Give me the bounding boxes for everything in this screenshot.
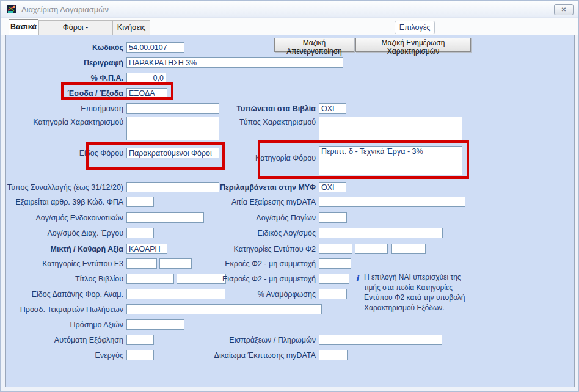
katigories-e3-input-1[interactable] <box>126 258 157 269</box>
perilambanetai-myf-label: Περιλαμβάνεται στην ΜΥΦ <box>203 183 316 192</box>
katigories-f2-input-1[interactable] <box>319 244 352 254</box>
exaireitai-39b-input[interactable] <box>126 197 154 207</box>
energos-label: Ενεργός <box>6 350 123 360</box>
prosimo-axion-label: Πρόσημο Αξιών <box>6 320 123 330</box>
eidos-dapanis-label: Είδος Δαπάνης Φορ. Αναμ. <box>6 289 123 299</box>
fpa-label: % Φ.Π.Α. <box>6 73 123 83</box>
aitia-exairesis-mydata-label: Αιτία Εξαίρεσης myDATA <box>203 197 316 207</box>
dikaioma-ekptosis-mydata-input[interactable] <box>319 350 348 360</box>
typos-synallagis-label: Τύπος Συναλλαγής (έως 31/12/20) <box>6 183 123 192</box>
eispraxeon-pliromon-label: Εισπράξεων / Πληρωμών <box>203 335 316 345</box>
mikti-kathari-label: Μικτή / Καθαρή Αξία <box>6 244 123 254</box>
eidikos-logsmos-input[interactable] <box>319 228 443 238</box>
perigrafi-label: Περιγραφή <box>6 58 123 68</box>
eidikos-logsmos-label: Ειδικός Λογ/σμός <box>203 228 316 238</box>
options-button[interactable]: Επιλογές <box>395 21 435 34</box>
katigoria-xaraktirismou-label: Κατηγορία Χαρακτηρισμού <box>6 117 123 127</box>
perigrafi-input[interactable] <box>126 57 343 68</box>
typos-xaraktirismou-label: Τύπος Χαρακτηρισμού <box>203 117 316 127</box>
typonetai-biblia-label: Τυπώνεται στα Βιβλία <box>203 104 316 114</box>
app-icon <box>7 4 16 14</box>
prosimo-axion-input[interactable] <box>126 319 184 330</box>
tab-kiniseis[interactable]: Κινήσεις <box>112 20 150 35</box>
logsmos-pagion-label: Λογ/σμός Παγίων <box>203 213 316 223</box>
episimansi-label: Επισήμανση <box>6 104 123 114</box>
info-icon: i <box>355 274 362 283</box>
katigoria-forou-textarea[interactable]: Περιπτ. δ - Τεχνικά Έργα - 3% <box>319 146 462 175</box>
katigories-e3-label: Κατηγορίες Εντύπου Ε3 <box>6 259 123 269</box>
typonetai-biblia-input[interactable] <box>319 103 346 114</box>
automati-exoflisi-label: Αυτόματη Εξόφληση <box>6 335 123 345</box>
titlebar: Διαχείριση Λογαριασμών ✕ <box>1 1 578 18</box>
ekroes-f2-input[interactable] <box>319 258 351 269</box>
tab-foroi-epivarynseis[interactable]: Φόροι - Επιβαρύνσεις <box>38 20 112 35</box>
kodikos-input[interactable] <box>126 42 184 53</box>
esoda-exoda-label: Έσοδα / Έξοδα <box>6 89 123 98</box>
prosd-tekmarton-input[interactable] <box>126 304 322 314</box>
kodikos-label: Κωδικός <box>6 43 123 53</box>
tab-vasika[interactable]: Βασικά <box>9 19 38 35</box>
esoda-exoda-input[interactable] <box>126 88 167 98</box>
energos-input[interactable] <box>126 350 154 360</box>
mass-deactivate-button[interactable]: Μαζική Απενεργοποίηση <box>274 38 354 52</box>
exaireitai-39b-label: Εξαιρείται αρθρ. 39β Κώδ. ΦΠΑ <box>6 197 123 207</box>
close-icon[interactable]: ✕ <box>554 4 574 15</box>
logsmos-endokoinotikon-input[interactable] <box>126 212 204 223</box>
mikti-kathari-input[interactable] <box>126 244 167 254</box>
eisroes-f2-input[interactable] <box>319 274 349 284</box>
titlos-bibliou-label: Τίτλος Βιβλίου <box>6 274 123 284</box>
account-management-window: Διαχείριση Λογαριασμών ✕ Βασικά Φόροι - … <box>0 0 579 392</box>
dikaioma-ekptosis-mydata-label: Δικαίωμα Έκπτωσης myDATA <box>203 350 316 360</box>
katigories-f2-label: Κατηγορίες Εντύπου Φ2 <box>203 244 316 254</box>
aitia-exairesis-mydata-input[interactable] <box>319 197 465 207</box>
logsmos-diax-ergou-input[interactable] <box>126 228 154 238</box>
anamorfosis-label: % Αναμόρφωσης <box>203 289 316 299</box>
logsmos-diax-ergou-label: Λογ/σμός Διαχ. Έργου <box>6 228 123 238</box>
eidos-forou-label: Είδος Φόρου <box>6 148 123 158</box>
perilambanetai-myf-input[interactable] <box>319 182 346 192</box>
typos-xaraktirismou-textarea[interactable] <box>319 117 462 140</box>
mass-update-characterizations-button[interactable]: Μαζική Ενημέρωση Χαρακτηρισμών <box>355 38 471 52</box>
window-title: Διαχείριση Λογαριασμών <box>21 5 109 14</box>
automati-exoflisi-input[interactable] <box>126 335 154 345</box>
katigories-f2-input-2[interactable] <box>355 244 388 254</box>
anamorfosis-input[interactable] <box>319 289 347 299</box>
eispraxeon-pliromon-input[interactable] <box>319 335 442 345</box>
tabstrip: Βασικά Φόροι - Επιβαρύνσεις Κινήσεις Επι… <box>1 18 578 35</box>
katigoria-forou-label: Κατηγορία Φόρου <box>203 153 316 163</box>
katigories-f2-input-3[interactable] <box>391 244 426 254</box>
logsmos-endokoinotikon-label: Λογ/σμός Ενδοκοινοτικών <box>6 213 123 223</box>
katigories-e3-input-2[interactable] <box>159 258 192 269</box>
ekroes-f2-label: Εκροές Φ2 - μη συμμετοχή <box>203 259 316 269</box>
eisroes-f2-label: Εισροές Φ2 - μη συμμετοχή <box>203 274 316 284</box>
logsmos-pagion-input[interactable] <box>319 212 347 223</box>
fpa-input[interactable] <box>126 73 166 83</box>
main-panel: Μαζική Απενεργοποίηση Μαζική Ενημέρωση Χ… <box>5 35 575 387</box>
titlos-bibliou-input-1[interactable] <box>126 274 174 284</box>
f2-note-text: Η επιλογή ΝΑΙ υπερισχύει της τιμής στα π… <box>364 272 468 313</box>
prosd-tekmarton-label: Προσδ. Τεκμαρτών Πωλήσεων <box>6 305 123 314</box>
